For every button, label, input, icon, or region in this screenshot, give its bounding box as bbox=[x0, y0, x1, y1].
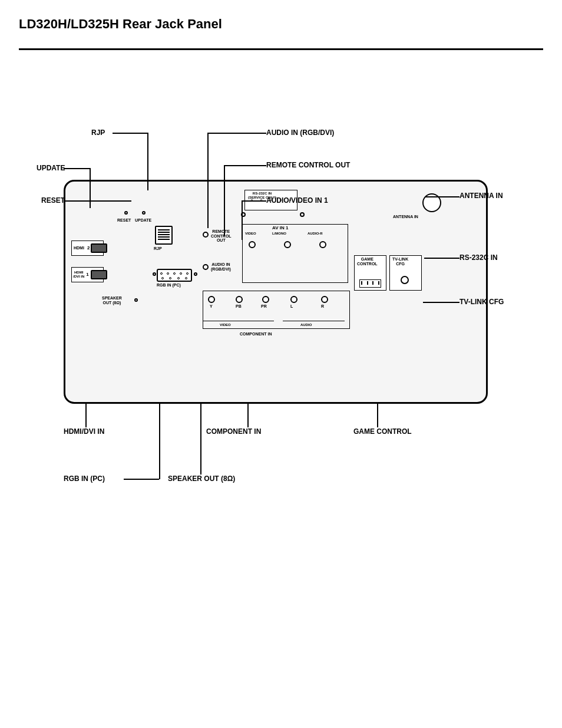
tv-link-cfg-inner: TV-LINKCFG bbox=[389, 255, 422, 291]
comp-y-dot bbox=[208, 296, 215, 303]
rgb-line-h bbox=[124, 479, 159, 480]
update-inner-label: UPDATE bbox=[135, 218, 151, 223]
component-in-inner-label: COMPONENT IN bbox=[240, 332, 272, 337]
remote-control-out-label: REMOTE CONTROL OUT bbox=[266, 161, 350, 169]
reset-inner-label: RESET bbox=[117, 218, 131, 223]
rs232-line-h bbox=[424, 258, 459, 259]
vga-dot-left bbox=[153, 272, 156, 276]
lmono-label: L/MONO bbox=[272, 232, 286, 236]
hdmi1-num: 1 bbox=[86, 272, 88, 278]
tv-link-dot bbox=[401, 276, 409, 284]
rjp-line-v bbox=[147, 133, 148, 190]
hdmi-label-2: HDMI bbox=[74, 246, 84, 251]
diagram-area: RESET UPDATE RJP HDMI 2 HDMI/DVI IN bbox=[0, 50, 562, 669]
av-audior-dot bbox=[319, 241, 326, 248]
game-control-label: GAME CONTROL bbox=[353, 427, 412, 436]
av-in-1-area: AV IN 1 VIDEO L/MONO AUDIO-R bbox=[242, 224, 348, 283]
remote-label-inner: REMOTECONTROLOUT bbox=[211, 229, 232, 243]
hdmi2-port bbox=[91, 243, 107, 253]
l-label-inner: L bbox=[290, 304, 293, 309]
tv-link-inner-label: TV-LINKCFG bbox=[392, 257, 408, 266]
panel-box: RESET UPDATE RJP HDMI 2 HDMI/DVI IN bbox=[64, 180, 488, 404]
rgb-in-pc-inner-label: RGB IN (PC) bbox=[157, 283, 181, 288]
rjp-label: RJP bbox=[91, 129, 105, 137]
rgb-in-pc-label: RGB IN (PC) bbox=[64, 475, 105, 483]
tv-link-line-h bbox=[423, 302, 459, 303]
audio-in-line-v bbox=[207, 133, 209, 228]
update-line-v bbox=[90, 168, 91, 208]
hdmi2-num: 2 bbox=[87, 246, 90, 251]
hdmi-dvi-label: HDMI/DVI IN bbox=[73, 271, 84, 278]
game-control-inner: GAMECONTROL bbox=[354, 255, 386, 291]
speaker-dot bbox=[134, 298, 138, 302]
audio-in-rgb-dvi-label: AUDIO IN (RGB/DVI) bbox=[266, 129, 334, 137]
video-av-label: VIDEO bbox=[245, 232, 256, 236]
video-comp-brace: VIDEO bbox=[220, 323, 231, 327]
vga-port bbox=[157, 269, 192, 282]
pr-label-inner: PR bbox=[261, 304, 267, 309]
audio-in-dot bbox=[203, 264, 209, 270]
rs232-dot-right bbox=[300, 212, 305, 217]
av-in-line-v bbox=[242, 200, 243, 240]
speaker-line-v bbox=[200, 404, 201, 475]
update-dot bbox=[142, 211, 146, 215]
update-label: UPDATE bbox=[37, 164, 65, 172]
av-in-1-label: AV IN 1 bbox=[272, 226, 288, 231]
page-container: LD320H/LD325H Rear Jack Panel RESET UPDA… bbox=[0, 0, 562, 669]
remote-line-v bbox=[224, 165, 225, 236]
av-lmono-dot bbox=[284, 241, 291, 248]
comp-r-dot bbox=[321, 296, 328, 303]
comp-pr-dot bbox=[262, 296, 269, 303]
remote-dot bbox=[203, 232, 209, 238]
rjp-line-h bbox=[113, 133, 148, 134]
reset-dot bbox=[124, 211, 128, 215]
r-label-inner: R bbox=[321, 304, 324, 309]
audio-in-inner-label: AUDIO IN(RGB/DVI) bbox=[211, 262, 231, 271]
hdmi-dvi-line-v bbox=[85, 404, 87, 427]
page-title: LD320H/LD325H Rear Jack Panel bbox=[0, 0, 562, 38]
remote-line-h bbox=[224, 165, 266, 166]
audio-in-line-h bbox=[207, 133, 266, 134]
hdmi2-block: HDMI 2 bbox=[71, 241, 104, 256]
audio-r-label: AUDIO-R bbox=[308, 232, 323, 236]
antenna-in-inner-label: ANTENNA IN bbox=[393, 215, 418, 219]
tv-link-cfg-label: TV-LINK CFG bbox=[459, 298, 504, 306]
hdmi1-block: HDMI/DVI IN 1 bbox=[71, 267, 104, 282]
audio-comp-brace: AUDIO bbox=[300, 323, 312, 327]
component-in-label: COMPONENT IN bbox=[206, 427, 261, 436]
update-line-h bbox=[64, 168, 90, 169]
y-label-inner: Y bbox=[210, 304, 213, 309]
rs232c-in-label: RS-232C IN bbox=[459, 253, 498, 262]
antenna-line-h bbox=[425, 196, 459, 197]
game-control-inner-label: GAMECONTROL bbox=[357, 257, 378, 266]
audio-video-in-1-label: AUDIO/VIDEO IN 1 bbox=[266, 196, 328, 205]
component-line-v bbox=[247, 404, 249, 427]
speaker-out-label: SPEAKER OUT (8Ω) bbox=[168, 475, 235, 483]
rgb-line-v bbox=[159, 404, 160, 479]
hdmi1-port bbox=[91, 270, 107, 279]
pb-label-inner: PB bbox=[236, 304, 242, 309]
antenna-in-label: ANTENNA IN bbox=[459, 192, 503, 200]
vga-dot-right bbox=[194, 272, 197, 276]
rjp-inner-label: RJP bbox=[154, 246, 162, 251]
reset-label: RESET bbox=[41, 196, 65, 205]
reset-line-h bbox=[64, 200, 131, 202]
speaker-out-inner-label: SPEAKEROUT (8Ω) bbox=[102, 296, 122, 305]
component-in-area: Y PB PR L R VIDEO AUDIO COMPONENT IN bbox=[203, 291, 350, 329]
comp-l-dot bbox=[290, 296, 297, 303]
comp-pb-dot bbox=[236, 296, 243, 303]
rjp-port-inner bbox=[155, 226, 173, 245]
hdmi-dvi-in-label: HDMI/DVI IN bbox=[64, 427, 104, 436]
av-in-line-h bbox=[242, 200, 266, 202]
game-control-line-v bbox=[377, 404, 378, 427]
av-video-dot bbox=[249, 241, 256, 248]
